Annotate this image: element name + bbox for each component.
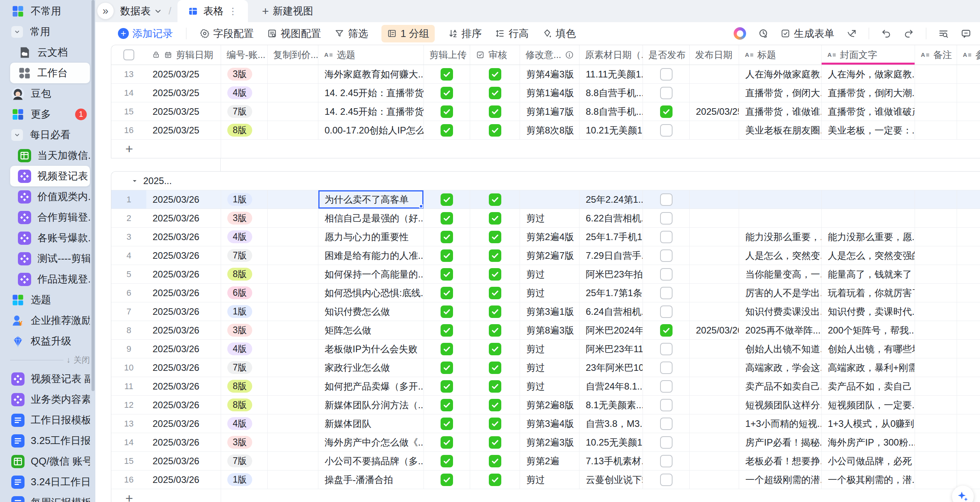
checked-icon[interactable] bbox=[489, 380, 501, 393]
cell-gutter[interactable]: 3 bbox=[111, 228, 146, 246]
cell-feedback[interactable]: 剪过 bbox=[520, 470, 580, 489]
cell-feedback[interactable]: 剪第2遍3版 bbox=[520, 433, 580, 451]
cell-title[interactable]: 创始人出镜不知道... bbox=[739, 340, 822, 358]
sidebar-collapse-divider[interactable]: ↓关闭 bbox=[10, 351, 90, 369]
checked-icon[interactable] bbox=[489, 68, 501, 81]
cell-title[interactable]: 卖产品不如卖自己... bbox=[739, 377, 822, 395]
cell-source[interactable]: 6.24自营相机... bbox=[580, 302, 643, 321]
cell-ref[interactable] bbox=[957, 84, 980, 102]
cell-published[interactable] bbox=[643, 265, 690, 283]
unchecked-box[interactable] bbox=[660, 249, 673, 262]
cell-date[interactable]: 2025/03/25 bbox=[146, 121, 221, 139]
cell-upload[interactable] bbox=[424, 414, 470, 433]
cell-ref[interactable] bbox=[957, 265, 980, 283]
undo-icon[interactable] bbox=[881, 28, 892, 39]
fill-handle[interactable] bbox=[419, 204, 423, 208]
checked-icon[interactable] bbox=[489, 287, 501, 299]
cell-copy[interactable] bbox=[268, 84, 318, 102]
unchecked-box[interactable] bbox=[660, 124, 673, 137]
checked-icon[interactable] bbox=[441, 305, 453, 318]
checked-icon[interactable] bbox=[489, 105, 501, 118]
cell-feedback[interactable]: 剪第1遍7版 bbox=[520, 102, 580, 121]
cell-date[interactable]: 2025/03/26 bbox=[146, 358, 221, 377]
share-icon[interactable] bbox=[846, 28, 857, 39]
cell-copy[interactable] bbox=[268, 302, 318, 321]
sidebar-item-13[interactable]: 作品违规登... bbox=[10, 269, 90, 290]
cell-cover[interactable]: 高端家政，暴利+刚需 bbox=[822, 358, 915, 377]
checked-icon[interactable] bbox=[489, 436, 501, 449]
cell-version[interactable]: 7版 bbox=[221, 246, 268, 265]
cell-note[interactable] bbox=[915, 340, 957, 358]
cell-review[interactable] bbox=[470, 284, 520, 302]
cell-cover[interactable] bbox=[822, 190, 915, 209]
sidebar-item-24[interactable]: 每周汇报模板... bbox=[10, 492, 90, 502]
unchecked-box[interactable] bbox=[660, 362, 673, 374]
checked-icon[interactable] bbox=[489, 474, 501, 486]
cell-gutter[interactable]: 14 bbox=[111, 84, 146, 102]
version-badge[interactable]: 4版 bbox=[227, 342, 252, 356]
datasource-dropdown[interactable]: 数据表 bbox=[120, 4, 162, 18]
cell-upload[interactable] bbox=[424, 190, 470, 209]
unchecked-box[interactable] bbox=[660, 380, 673, 393]
version-badge[interactable]: 8版 bbox=[227, 398, 252, 412]
cell-version[interactable]: 8版 bbox=[221, 377, 268, 395]
cell-ref[interactable] bbox=[957, 452, 980, 470]
add-record-button[interactable]: + 添加记录 bbox=[118, 27, 173, 40]
cell-gutter[interactable]: 1 bbox=[111, 190, 146, 209]
cell-title[interactable]: 1+3小而精的短视... bbox=[739, 414, 822, 433]
cell-source[interactable]: 8.8自营手机... bbox=[580, 84, 643, 102]
cell-published[interactable] bbox=[643, 65, 690, 83]
cell-ref[interactable] bbox=[957, 65, 980, 83]
version-badge[interactable]: 8版 bbox=[227, 124, 252, 137]
cell-source[interactable]: 25年1.7第1条... bbox=[580, 284, 643, 302]
version-badge[interactable]: 7版 bbox=[227, 249, 252, 262]
cell-title[interactable]: 直播带货，谁做谁... bbox=[739, 102, 822, 121]
cell-date[interactable]: 2025/03/26 bbox=[146, 246, 221, 265]
cell-gutter[interactable]: 13 bbox=[111, 65, 146, 83]
cell-pubdate[interactable] bbox=[690, 470, 739, 489]
cell-gutter[interactable]: 5 bbox=[111, 265, 146, 283]
cell-title[interactable]: 美业老板在朋友圈... bbox=[739, 121, 822, 139]
cell-cover[interactable]: 200个矩阵号，帮我... bbox=[822, 321, 915, 339]
cell-version[interactable]: 4版 bbox=[221, 340, 268, 358]
cell-note[interactable] bbox=[915, 321, 957, 339]
cell-ref[interactable] bbox=[957, 340, 980, 358]
cell-feedback[interactable]: 剪第3遍4版 bbox=[520, 414, 580, 433]
cell-upload[interactable] bbox=[424, 452, 470, 470]
cell-topic[interactable]: 操盘手-潘潘合拍 bbox=[318, 470, 424, 489]
cell-cover[interactable]: 卖产品不如，卖自己 bbox=[822, 377, 915, 395]
group-button[interactable]: 1 分组 bbox=[381, 25, 435, 42]
cell-pubdate[interactable] bbox=[690, 396, 739, 414]
cell-source[interactable]: 10.21无美颜1... bbox=[580, 121, 643, 139]
column-header-version[interactable]: 编号-账... bbox=[221, 45, 268, 65]
cell-note[interactable] bbox=[915, 65, 957, 83]
cell-note[interactable] bbox=[915, 470, 957, 489]
cell-copy[interactable] bbox=[268, 246, 318, 265]
fill-color-button[interactable]: 填色 bbox=[542, 27, 576, 40]
sidebar-item-16[interactable]: 权益升级 bbox=[10, 331, 90, 351]
sidebar-item-23[interactable]: 3.24日工作日... bbox=[10, 472, 90, 492]
version-badge[interactable]: 4版 bbox=[227, 86, 252, 100]
cell-note[interactable] bbox=[915, 265, 957, 283]
cell-version[interactable]: 4版 bbox=[221, 228, 268, 246]
cell-pubdate[interactable]: 2025/03/25 bbox=[690, 102, 739, 121]
cell-gutter[interactable]: 15 bbox=[111, 102, 146, 121]
cell-feedback[interactable]: 剪过 bbox=[520, 340, 580, 358]
cell-ref[interactable] bbox=[957, 321, 980, 339]
sidebar-scrollbar[interactable] bbox=[91, 0, 95, 391]
checked-icon[interactable] bbox=[489, 455, 501, 467]
cell-gutter[interactable]: 6 bbox=[111, 284, 146, 302]
cell-copy[interactable] bbox=[268, 396, 318, 414]
cell-feedback[interactable]: 剪第3遍1版 bbox=[520, 302, 580, 321]
cell-copy[interactable] bbox=[268, 452, 318, 470]
cell-published[interactable] bbox=[643, 414, 690, 433]
cell-published[interactable] bbox=[643, 433, 690, 451]
cell-topic[interactable]: 愿力与心力的重要性 bbox=[318, 228, 424, 246]
cell-published[interactable] bbox=[643, 246, 690, 265]
cell-published[interactable] bbox=[643, 102, 690, 121]
cell-topic[interactable]: 矩阵怎么做 bbox=[318, 321, 424, 339]
checked-icon[interactable] bbox=[441, 212, 453, 225]
checked-icon[interactable] bbox=[489, 231, 501, 243]
cell-title[interactable]: 人在海外做家庭教... bbox=[739, 65, 822, 83]
cell-published[interactable] bbox=[643, 302, 690, 321]
